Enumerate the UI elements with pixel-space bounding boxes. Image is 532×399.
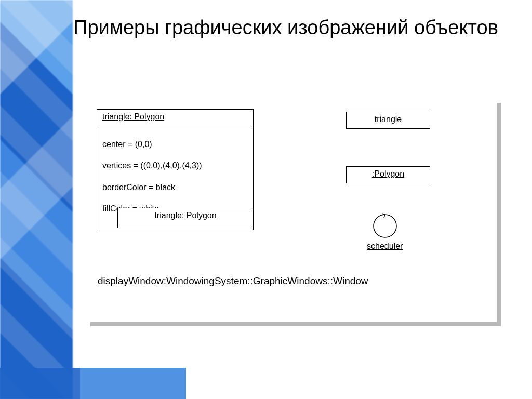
object-header-text: triangle: [375, 115, 402, 124]
object-fully-qualified-name: displayWindow:WindowingSystem::GraphicWi…: [98, 275, 368, 287]
self-loop-icon: [368, 210, 402, 240]
object-header-text: triangle: Polygon: [154, 211, 216, 220]
object-header: :Polygon: [347, 167, 430, 183]
object-header-text: :Polygon: [372, 169, 404, 178]
object-header-text: triangle: Polygon: [102, 112, 164, 121]
attr-line: borderColor = black: [102, 182, 248, 193]
object-label: scheduler: [367, 242, 403, 251]
attr-line: center = (0,0): [102, 139, 248, 150]
object-triangle: triangle: [346, 112, 430, 129]
attr-line: vertices = ((0,0),(4,0),(4,3)): [102, 161, 248, 171]
object-header: triangle: Polygon: [97, 110, 253, 126]
object-header: triangle: Polygon: [118, 208, 253, 224]
object-anon-polygon: :Polygon: [346, 166, 430, 183]
svg-point-0: [374, 215, 396, 237]
object-triangle-polygon-short: triangle: Polygon: [117, 208, 254, 228]
slide-content: Примеры графических изображений объектов…: [50, 5, 522, 389]
object-header: triangle: [347, 112, 430, 128]
content-card: triangle: Polygon center = (0,0) vertice…: [86, 99, 497, 322]
object-scheduler-active: scheduler: [367, 210, 403, 251]
slide-title: Примеры графических изображений объектов: [50, 16, 522, 41]
